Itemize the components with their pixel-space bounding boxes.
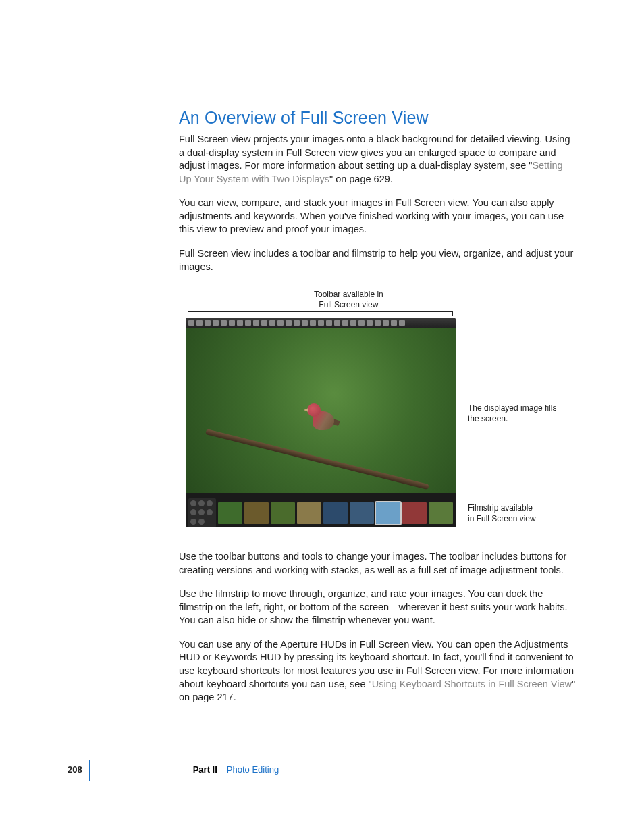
paragraph-3: Full Screen view includes a toolbar and … — [179, 247, 576, 273]
callout-image-fills: The displayed image fills the screen. — [468, 403, 562, 424]
filmstrip-thumb — [244, 502, 269, 524]
toolbar-icon — [245, 320, 251, 326]
bird-graphic — [307, 400, 338, 434]
toolbar-icon — [350, 320, 356, 326]
toolbar-icon — [229, 320, 235, 326]
toolbar-icon — [261, 320, 267, 326]
toolbar-icon — [318, 320, 324, 326]
toolbar-icon — [269, 320, 275, 326]
para1-text-b: " on page 629. — [329, 174, 393, 184]
footer-part-label: Part II — [193, 764, 217, 775]
filmstrip-thumb — [271, 502, 295, 524]
filmstrip-thumb — [350, 502, 374, 524]
toolbar-icon — [237, 320, 243, 326]
callout-image-line1: The displayed image fills — [468, 403, 556, 413]
filmstrip-thumb — [218, 502, 242, 524]
paragraph-2: You can view, compare, and stack your im… — [179, 197, 576, 236]
figure-fullscreen-view: Toolbar available in Full Screen view — [179, 292, 576, 536]
screenshot-main-image — [186, 328, 456, 493]
paragraph-6: You can use any of the Aperture HUDs in … — [179, 638, 576, 704]
callout-filmstrip-line2: in Full Screen view — [468, 514, 536, 523]
screenshot-filmstrip — [186, 493, 456, 527]
toolbar-icon — [213, 320, 219, 326]
callout-toolbar: Toolbar available in Full Screen view — [314, 290, 383, 310]
footer-section-label: Photo Editing — [227, 764, 279, 775]
filmstrip-thumb — [376, 502, 400, 524]
leader-filmstrip — [456, 509, 465, 509]
page-number: 208 — [68, 764, 95, 775]
toolbar-icon — [383, 320, 389, 326]
callout-filmstrip-line1: Filmstrip available — [468, 503, 533, 513]
toolbar-icon — [196, 320, 203, 326]
toolbar-icon — [358, 320, 365, 326]
callout-toolbar-line2: Full Screen view — [319, 300, 378, 309]
paragraph-1: Full Screen view projects your images on… — [179, 133, 576, 186]
toolbar-icon — [302, 320, 308, 326]
toolbar-icon — [326, 320, 332, 326]
toolbar-icon — [253, 320, 259, 326]
toolbar-icon — [310, 320, 316, 326]
page-footer: 208 Part II Photo Editing — [68, 764, 279, 775]
toolbar-icon — [342, 320, 348, 326]
toolbar-icon — [375, 320, 381, 326]
filmstrip-thumb — [402, 502, 427, 524]
screenshot — [186, 318, 456, 527]
filmstrip-thumb — [429, 502, 453, 524]
toolbar-icon — [334, 320, 340, 326]
screenshot-toolbar — [186, 318, 456, 328]
filmstrip-thumb — [323, 502, 348, 524]
xref-keyboard-shortcuts[interactable]: Using Keyboard Shortcuts in Full Screen … — [372, 679, 572, 689]
toolbar-icon — [391, 320, 397, 326]
toolbar-icon — [399, 320, 405, 326]
toolbar-icon — [294, 320, 300, 326]
paragraph-4: Use the toolbar buttons and tools to cha… — [179, 550, 576, 577]
branch-graphic — [205, 429, 429, 490]
callout-image-line2: the screen. — [468, 414, 508, 423]
toolbar-icon — [221, 320, 227, 326]
para1-text-a: Full Screen view projects your images on… — [179, 134, 570, 171]
callout-filmstrip: Filmstrip available in Full Screen view — [468, 503, 562, 524]
toolbar-icon — [277, 320, 284, 326]
filmstrip-controls — [188, 498, 216, 527]
toolbar-icon — [188, 320, 194, 326]
toolbar-icon — [205, 320, 211, 326]
paragraph-5: Use the filmstrip to move through, organ… — [179, 588, 576, 627]
section-heading: An Overview of Full Screen View — [179, 108, 576, 128]
bracket-top — [188, 311, 453, 317]
filmstrip-thumb — [297, 502, 321, 524]
leader-image — [448, 409, 465, 409]
toolbar-icon — [367, 320, 373, 326]
toolbar-icon — [286, 320, 292, 326]
callout-toolbar-line1: Toolbar available in — [314, 290, 383, 299]
